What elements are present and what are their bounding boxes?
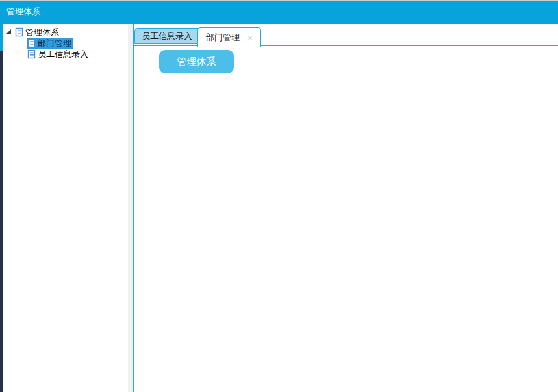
tab-label: 员工信息录入 xyxy=(142,31,192,42)
close-icon[interactable]: × xyxy=(247,34,253,42)
window-title: 管理体系 xyxy=(0,1,558,18)
tab-bar: 员工信息录入 × 部门管理 × xyxy=(134,24,558,46)
tab-label: 部门管理 xyxy=(206,32,240,43)
tree-node-label: 员工信息录入 xyxy=(38,49,88,60)
tab-content-area: 管理体系 xyxy=(134,46,558,73)
main-panel: 员工信息录入 × 部门管理 × 管理体系 xyxy=(134,24,558,392)
document-icon xyxy=(15,27,23,37)
tree-node-employee-info-entry[interactable]: 员工信息录入 xyxy=(3,49,128,60)
tree-node-root[interactable]: 管理体系 xyxy=(3,27,128,38)
tree-node-root-content[interactable]: 管理体系 xyxy=(15,27,61,38)
tree-node-selected-content[interactable]: 部门管理 xyxy=(27,38,73,49)
tree-expand-triangle-icon[interactable] xyxy=(6,29,11,34)
management-system-button[interactable]: 管理体系 xyxy=(159,50,234,73)
title-bar: 管理体系 xyxy=(0,0,558,24)
document-icon xyxy=(27,38,36,48)
tree-node-department-management[interactable]: 部门管理 xyxy=(3,38,128,49)
navigation-tree: 管理体系 部门管理 xyxy=(3,27,128,60)
panel-splitter[interactable] xyxy=(128,24,133,392)
tab-department-management[interactable]: 部门管理 × xyxy=(197,27,261,47)
tree-node-label: 管理体系 xyxy=(25,27,59,38)
document-icon xyxy=(27,49,36,59)
tree-node-content[interactable]: 员工信息录入 xyxy=(27,49,90,60)
sidebar-tree-panel: 管理体系 部门管理 xyxy=(3,24,128,392)
tree-node-label: 部门管理 xyxy=(38,38,71,49)
